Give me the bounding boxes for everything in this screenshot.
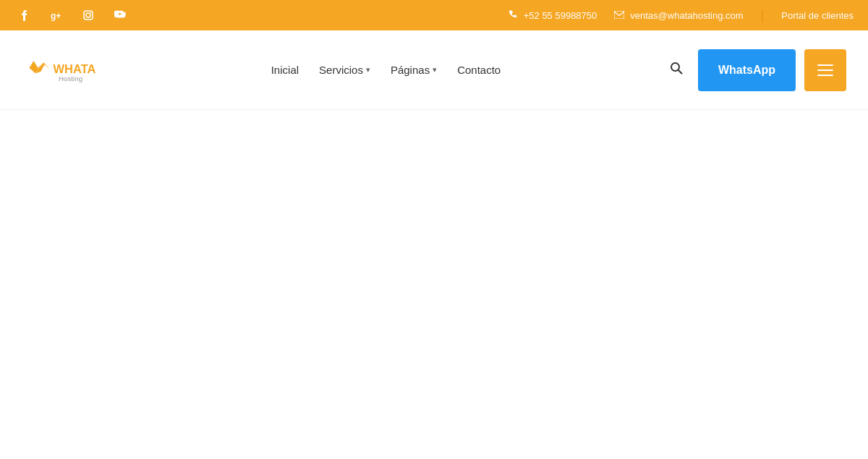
social-links: g+ <box>14 5 130 25</box>
google-plus-icon[interactable]: g+ <box>46 5 67 25</box>
email-icon <box>614 10 624 21</box>
email-contact[interactable]: ventas@whatahosting.com <box>614 10 743 21</box>
paginas-chevron: ▾ <box>433 65 437 75</box>
whatsapp-button[interactable]: WhatsApp <box>698 49 796 91</box>
phone-icon <box>509 9 518 21</box>
divider: | <box>761 8 765 23</box>
hamburger-menu-button[interactable] <box>804 49 846 91</box>
svg-point-3 <box>90 12 92 14</box>
nav-inicial[interactable]: Inicial <box>271 64 299 76</box>
nav-links: Inicial Servicios ▾ Páginas ▾ Contacto <box>271 64 501 76</box>
portal-link[interactable]: Portal de clientes <box>781 10 854 21</box>
email-address: ventas@whatahosting.com <box>630 10 743 21</box>
logo[interactable]: WHATA Hosting <box>22 49 109 92</box>
svg-point-7 <box>671 63 679 71</box>
nav-contacto[interactable]: Contacto <box>457 64 501 76</box>
svg-rect-4 <box>614 11 624 19</box>
svg-text:Hosting: Hosting <box>59 75 82 83</box>
youtube-icon[interactable] <box>110 5 130 25</box>
top-contact-info: +52 55 59988750 ventas@whatahosting.com … <box>509 8 854 23</box>
svg-rect-1 <box>84 11 93 20</box>
hamburger-icon <box>817 64 833 76</box>
main-navigation: WHATA Hosting Inicial Servicios ▾ Página… <box>0 30 868 110</box>
svg-text:g+: g+ <box>51 11 61 21</box>
nav-servicios[interactable]: Servicios ▾ <box>319 64 370 76</box>
svg-line-8 <box>678 70 682 75</box>
search-button[interactable] <box>663 55 689 85</box>
phone-contact[interactable]: +52 55 59988750 <box>509 9 597 21</box>
nav-paginas[interactable]: Páginas ▾ <box>391 64 437 76</box>
nav-right: WhatsApp <box>663 49 846 91</box>
top-bar: g+ +52 55 59988750 <box>0 0 868 30</box>
instagram-icon[interactable] <box>78 5 98 25</box>
svg-text:WHATA: WHATA <box>54 62 96 75</box>
svg-point-2 <box>86 13 90 17</box>
facebook-icon[interactable] <box>14 5 35 25</box>
main-content <box>0 110 868 458</box>
phone-number: +52 55 59988750 <box>524 10 597 21</box>
servicios-chevron: ▾ <box>366 65 370 75</box>
